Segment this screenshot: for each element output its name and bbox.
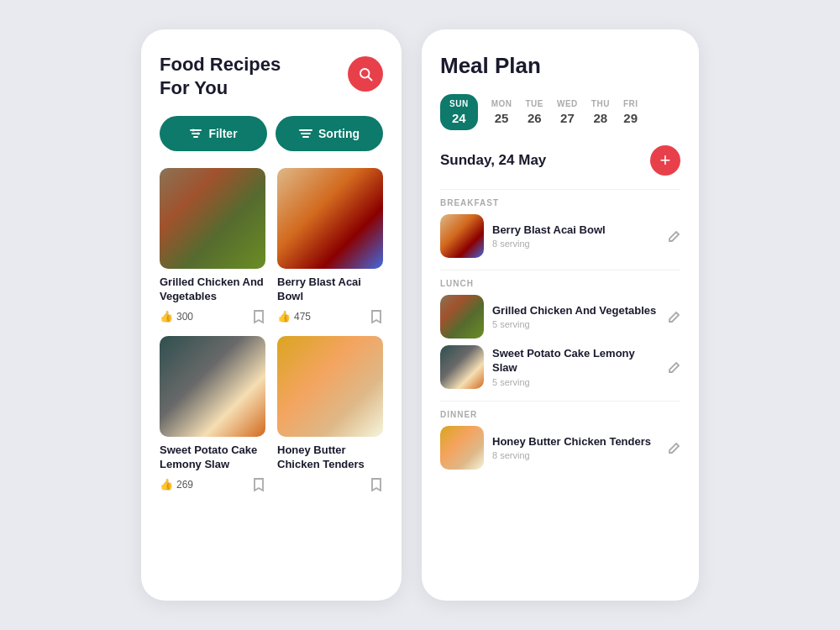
recipe-name-sweet: Sweet Potato Cake Lemony Slaw	[160, 444, 265, 472]
bookmark-icon-berry[interactable]	[370, 309, 383, 324]
filter-icon	[189, 128, 202, 139]
meal-item-sweet[interactable]: Sweet Potato Cake Lemony Slaw 5 serving	[440, 345, 680, 389]
lunch-label: LUNCH	[440, 279, 680, 288]
meal-plan-card: Meal Plan SUN 24 MON 25 TUE 26 WED 27 TH…	[422, 29, 699, 601]
page-title: Food Recipes For You	[160, 53, 281, 99]
recipe-meta-berry: 👍 475	[277, 309, 383, 324]
divider-top	[440, 189, 680, 190]
meal-section-dinner: DINNER Honey Butter Chicken Tenders 8 se…	[440, 410, 680, 470]
meal-section-lunch: LUNCH Grilled Chicken And Vegetables 5 s…	[440, 279, 680, 389]
meal-thumb-grilled	[440, 295, 484, 339]
meal-info-honey: Honey Butter Chicken Tenders 8 serving	[492, 435, 660, 461]
title-line1: Food Recipes	[160, 54, 281, 75]
cal-day-num-mon: 25	[495, 111, 509, 125]
calendar-day-fri[interactable]: FRI 29	[623, 99, 638, 125]
edit-icon-grilled[interactable]	[669, 311, 680, 323]
recipe-name-grilled: Grilled Chicken And Vegetables	[160, 276, 265, 304]
calendar-day-mon[interactable]: MON 25	[491, 99, 512, 125]
recipe-card-honey-butter[interactable]: Honey Butter Chicken Tenders	[277, 336, 383, 492]
like-icon-grilled: 👍	[160, 310, 173, 323]
meal-thumb-sweet-plan	[440, 345, 484, 389]
bookmark-icon-grilled[interactable]	[252, 309, 265, 324]
add-meal-button[interactable]: +	[650, 145, 680, 176]
meal-item-grilled[interactable]: Grilled Chicken And Vegetables 5 serving	[440, 295, 680, 339]
meal-serving-sweet: 5 serving	[492, 377, 660, 387]
date-header: Sunday, 24 May +	[440, 145, 680, 176]
cal-day-label-thu: THU	[591, 99, 610, 108]
cal-day-num-thu: 28	[594, 111, 608, 125]
svg-line-1	[368, 76, 371, 80]
calendar-day-sun[interactable]: SUN 24	[440, 94, 478, 130]
calendar-day-tue[interactable]: TUE 26	[525, 99, 543, 125]
svg-point-6	[197, 133, 200, 135]
edit-icon-sweet[interactable]	[669, 361, 680, 373]
cal-day-label-sun: SUN	[449, 99, 469, 108]
recipe-card-berry-blast[interactable]: Berry Blast Acai Bowl 👍 475	[277, 168, 383, 324]
meal-serving-grilled: 5 serving	[492, 319, 660, 329]
like-icon-sweet: 👍	[160, 478, 173, 491]
sorting-button[interactable]: Sorting	[276, 116, 383, 151]
meal-plan-title: Meal Plan	[440, 53, 680, 79]
food-recipes-card: Food Recipes For You Filter	[141, 29, 402, 601]
bookmark-icon-sweet[interactable]	[252, 477, 265, 492]
cal-day-num-fri: 29	[623, 111, 638, 125]
cal-day-label-wed: WED	[557, 99, 578, 108]
meal-name-acai: Berry Blast Acai Bowl	[492, 223, 660, 238]
recipe-name-honey: Honey Butter Chicken Tenders	[277, 444, 383, 472]
filter-row: Filter Sorting	[160, 116, 383, 151]
meal-thumb-honey-plan	[440, 426, 484, 470]
edit-icon-honey[interactable]	[669, 442, 680, 454]
meal-item-acai[interactable]: Berry Blast Acai Bowl 8 serving	[440, 214, 680, 258]
cal-day-label-fri: FRI	[623, 99, 638, 108]
likes-grilled: 👍 300	[160, 310, 193, 323]
selected-date: Sunday, 24 May	[440, 152, 546, 169]
sorting-icon	[299, 128, 312, 139]
likes-count-grilled: 300	[176, 311, 193, 323]
filter-button[interactable]: Filter	[160, 116, 267, 151]
calendar-row: SUN 24 MON 25 TUE 26 WED 27 THU 28 FRI 2…	[440, 94, 680, 130]
recipe-image-honey	[277, 336, 383, 437]
sorting-label: Sorting	[318, 127, 360, 140]
likes-count-berry: 475	[294, 311, 311, 323]
meal-info-acai: Berry Blast Acai Bowl 8 serving	[492, 223, 660, 249]
meal-info-grilled: Grilled Chicken And Vegetables 5 serving	[492, 304, 660, 330]
recipe-image-sweet	[160, 336, 265, 437]
recipe-card-sweet-potato[interactable]: Sweet Potato Cake Lemony Slaw 👍 269	[160, 336, 265, 492]
meal-name-honey-plan: Honey Butter Chicken Tenders	[492, 435, 660, 449]
recipes-grid: Grilled Chicken And Vegetables 👍 300 Ber…	[160, 168, 383, 492]
likes-sweet: 👍 269	[160, 478, 193, 491]
title-block: Food Recipes For You	[160, 53, 281, 99]
breakfast-label: BREAKFAST	[440, 198, 680, 207]
recipe-image-grilled	[160, 168, 265, 269]
meal-item-honey[interactable]: Honey Butter Chicken Tenders 8 serving	[440, 426, 680, 470]
meal-serving-acai: 8 serving	[492, 239, 660, 249]
recipe-meta-sweet: 👍 269	[160, 477, 265, 492]
cal-day-num-wed: 27	[560, 111, 575, 125]
meal-serving-honey: 8 serving	[492, 450, 660, 460]
divider-lunch	[440, 270, 680, 270]
meal-name-grilled: Grilled Chicken And Vegetables	[492, 304, 660, 318]
title-line2: For You	[160, 77, 228, 98]
meal-name-sweet: Sweet Potato Cake Lemony Slaw	[492, 347, 660, 375]
filter-label: Filter	[208, 127, 237, 140]
bookmark-icon-honey[interactable]	[370, 477, 383, 492]
recipe-image-acai	[277, 168, 383, 269]
recipe-card-grilled-chicken[interactable]: Grilled Chicken And Vegetables 👍 300	[160, 168, 265, 324]
cal-day-num-tue: 26	[528, 111, 542, 125]
calendar-day-wed[interactable]: WED 27	[557, 99, 578, 125]
left-header: Food Recipes For You	[160, 53, 383, 99]
search-button[interactable]	[348, 56, 383, 92]
likes-berry: 👍 475	[277, 310, 311, 323]
like-icon-berry: 👍	[277, 310, 291, 323]
edit-icon-acai[interactable]	[669, 230, 680, 242]
recipe-meta-grilled: 👍 300	[160, 309, 265, 324]
likes-count-sweet: 269	[176, 479, 193, 491]
cal-day-label-tue: TUE	[525, 99, 543, 108]
svg-point-5	[192, 129, 195, 132]
meal-info-sweet: Sweet Potato Cake Lemony Slaw 5 serving	[492, 347, 660, 387]
divider-dinner	[440, 401, 680, 402]
meal-section-breakfast: BREAKFAST Berry Blast Acai Bowl 8 servin…	[440, 198, 680, 258]
recipe-meta-honey	[277, 477, 383, 492]
dinner-label: DINNER	[440, 410, 680, 419]
calendar-day-thu[interactable]: THU 28	[591, 99, 610, 125]
